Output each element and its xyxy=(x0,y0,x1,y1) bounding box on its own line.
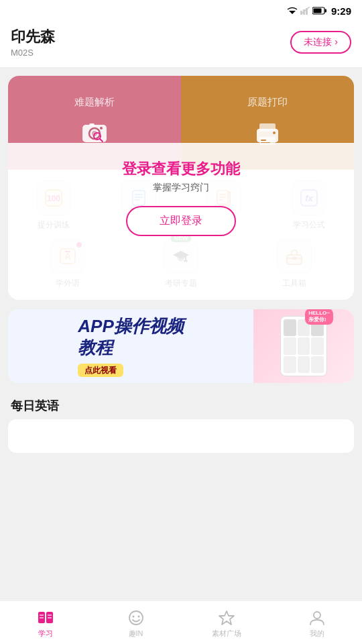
signal-icon xyxy=(300,7,310,15)
svg-rect-16 xyxy=(259,123,276,131)
svg-point-50 xyxy=(129,611,143,625)
nav-item-xuexiv[interactable]: 学习 xyxy=(0,606,90,639)
feature-tile-label-1: 难题解析 xyxy=(74,96,115,109)
daily-english-card[interactable] xyxy=(8,419,354,453)
star-icon xyxy=(218,609,235,627)
person-icon xyxy=(308,609,326,627)
svg-marker-0 xyxy=(289,11,296,14)
nav-label-wode: 我的 xyxy=(310,629,324,639)
connect-button[interactable]: 未连接 › xyxy=(290,31,351,54)
battery-icon xyxy=(312,7,327,15)
login-overlay: 登录查看更多功能 掌握学习窍门 立即登录 xyxy=(8,143,354,300)
header-left: 印先森 M02S xyxy=(11,27,55,58)
svg-rect-18 xyxy=(261,140,266,141)
svg-rect-7 xyxy=(313,9,321,13)
banner-right: HELLO~亲爱你! xyxy=(253,309,354,383)
nav-label-sucai: 素材广场 xyxy=(212,629,241,639)
watch-video-btn[interactable]: 点此视看 xyxy=(78,364,123,377)
nav-item-quin[interactable]: 趣IN xyxy=(90,606,181,639)
wifi-icon xyxy=(287,7,298,15)
svg-marker-53 xyxy=(219,611,234,625)
smiley-icon xyxy=(127,609,145,627)
login-overlay-subtitle: 掌握学习窍门 xyxy=(153,182,209,194)
svg-point-52 xyxy=(137,616,139,618)
app-tutorial-banner[interactable]: APP操作视频 教程 点此视看 HELLO~亲爱你! xyxy=(8,309,354,383)
svg-point-51 xyxy=(132,616,134,618)
status-bar: 9:29 xyxy=(0,0,362,21)
phone-mockup: HELLO~亲爱你! xyxy=(280,316,327,376)
nav-item-wode[interactable]: 我的 xyxy=(272,606,362,639)
main-content: 难题解析 原题打印 xyxy=(0,68,362,600)
svg-point-20 xyxy=(273,131,276,134)
nav-label-xuexi: 学习 xyxy=(38,629,53,639)
daily-english-title: 每日英语 xyxy=(8,392,354,419)
hello-badge: HELLO~亲爱你! xyxy=(305,309,333,325)
svg-point-12 xyxy=(100,127,103,129)
nav-label-quin: 趣IN xyxy=(129,629,143,639)
feature-tile-label-2: 原题打印 xyxy=(247,96,288,109)
app-header: 印先森 M02S 未连接 › xyxy=(0,21,362,68)
nav-item-sucaiguangchang[interactable]: 素材广场 xyxy=(181,606,272,639)
bottom-nav: 学习 趣IN 素材广场 我的 xyxy=(0,600,362,644)
login-button[interactable]: 立即登录 xyxy=(126,206,236,236)
svg-rect-6 xyxy=(324,9,326,13)
banner-text: APP操作视频 教程 xyxy=(78,316,183,358)
login-overlay-title: 登录查看更多功能 xyxy=(122,159,240,179)
app-title: 印先森 xyxy=(11,27,55,47)
status-icons xyxy=(287,7,327,15)
feature-card: 难题解析 原题打印 xyxy=(8,76,354,300)
svg-point-54 xyxy=(314,612,320,619)
banner-left: APP操作视频 教程 点此视看 xyxy=(8,309,253,383)
book-open-icon xyxy=(37,609,54,627)
device-name: M02S xyxy=(11,48,55,58)
svg-rect-11 xyxy=(89,123,95,126)
status-time: 9:29 xyxy=(331,5,351,17)
